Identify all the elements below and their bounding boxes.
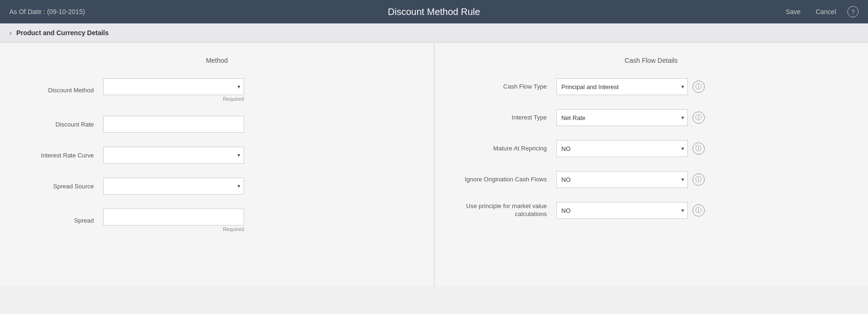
cash-flow-type-select[interactable]: Principal and Interest <box>556 78 688 95</box>
use-principle-select[interactable]: NO YES <box>556 202 688 219</box>
interest-type-info-icon[interactable]: ⓘ <box>693 112 705 124</box>
ignore-origination-row: Ignore Origination Cash Flows NO YES ▾ ⓘ <box>453 171 850 188</box>
mature-at-repricing-controls: NO YES ▾ ⓘ <box>556 140 850 157</box>
discount-method-row: Discount Method ▾ Required <box>19 78 415 102</box>
interest-rate-curve-wrapper: ▾ <box>103 147 244 164</box>
spread-source-label: Spread Source <box>19 183 103 190</box>
spread-source-select[interactable] <box>103 178 244 194</box>
use-principle-info-icon[interactable]: ⓘ <box>693 204 705 217</box>
cash-flow-type-controls: Principal and Interest ▾ ⓘ <box>556 78 850 95</box>
discount-method-required: Required <box>103 96 244 102</box>
header: As Of Date : (09-10-2015) Discount Metho… <box>0 0 868 23</box>
use-principle-label: Use principle for market value calculati… <box>453 202 556 218</box>
as-of-date: As Of Date : (09-10-2015) <box>9 8 85 15</box>
interest-type-select[interactable]: Net Rate <box>556 109 688 126</box>
section-header: › Product and Currency Details <box>0 23 868 43</box>
discount-rate-row: Discount Rate <box>19 116 415 133</box>
page-title: Discount Method Rule <box>388 7 480 17</box>
spread-source-wrapper: ▾ <box>103 178 244 194</box>
content-area: Method Discount Method ▾ Required Discou… <box>0 43 868 286</box>
ignore-origination-info-icon[interactable]: ⓘ <box>693 173 705 186</box>
cash-flow-type-row: Cash Flow Type Principal and Interest ▾ … <box>453 78 850 95</box>
spread-input[interactable] <box>103 209 244 225</box>
interest-rate-curve-row: Interest Rate Curve ▾ <box>19 147 415 164</box>
use-principle-controls: NO YES ▾ ⓘ <box>556 202 850 219</box>
spread-label: Spread <box>19 217 103 224</box>
section-chevron[interactable]: › <box>9 29 12 37</box>
ignore-origination-wrapper: NO YES ▾ <box>556 171 688 188</box>
cash-flow-type-info-icon[interactable]: ⓘ <box>693 81 705 93</box>
interest-type-wrapper: Net Rate ▾ <box>556 109 688 126</box>
help-icon[interactable]: ? <box>847 6 859 17</box>
mature-at-repricing-wrapper: NO YES ▾ <box>556 140 688 157</box>
left-panel-title: Method <box>19 57 415 64</box>
cash-flow-type-wrapper: Principal and Interest ▾ <box>556 78 688 95</box>
header-actions: Save Cancel ? <box>782 6 859 17</box>
discount-method-select[interactable] <box>103 78 244 95</box>
use-principle-row: Use principle for market value calculati… <box>453 202 850 219</box>
mature-at-repricing-info-icon[interactable]: ⓘ <box>693 142 705 155</box>
ignore-origination-controls: NO YES ▾ ⓘ <box>556 171 850 188</box>
discount-rate-label: Discount Rate <box>19 121 103 128</box>
interest-type-row: Interest Type Net Rate ▾ ⓘ <box>453 109 850 126</box>
discount-rate-wrapper <box>103 116 244 133</box>
cash-flow-type-label: Cash Flow Type <box>453 83 556 91</box>
ignore-origination-label: Ignore Origination Cash Flows <box>453 176 556 184</box>
ignore-origination-select[interactable]: NO YES <box>556 171 688 188</box>
spread-wrapper <box>103 209 244 225</box>
interest-type-controls: Net Rate ▾ ⓘ <box>556 109 850 126</box>
section-title: Product and Currency Details <box>16 29 109 37</box>
discount-method-label: Discount Method <box>19 87 103 94</box>
spread-required: Required <box>103 226 244 232</box>
mature-at-repricing-row: Mature At Repricing NO YES ▾ ⓘ <box>453 140 850 157</box>
spread-row: Spread Required <box>19 209 415 232</box>
save-button[interactable]: Save <box>782 6 804 17</box>
right-panel: Cash Flow Details Cash Flow Type Princip… <box>434 43 868 286</box>
mature-at-repricing-select[interactable]: NO YES <box>556 140 688 157</box>
interest-type-label: Interest Type <box>453 114 556 122</box>
discount-rate-input[interactable] <box>103 116 244 133</box>
right-panel-title: Cash Flow Details <box>453 57 850 64</box>
mature-at-repricing-label: Mature At Repricing <box>453 145 556 153</box>
discount-method-wrapper: ▾ <box>103 78 244 95</box>
left-panel: Method Discount Method ▾ Required Discou… <box>0 43 434 286</box>
interest-rate-curve-label: Interest Rate Curve <box>19 152 103 159</box>
spread-source-row: Spread Source ▾ <box>19 178 415 194</box>
interest-rate-curve-select[interactable] <box>103 147 244 164</box>
cancel-button[interactable]: Cancel <box>812 6 840 17</box>
use-principle-wrapper: NO YES ▾ <box>556 202 688 219</box>
